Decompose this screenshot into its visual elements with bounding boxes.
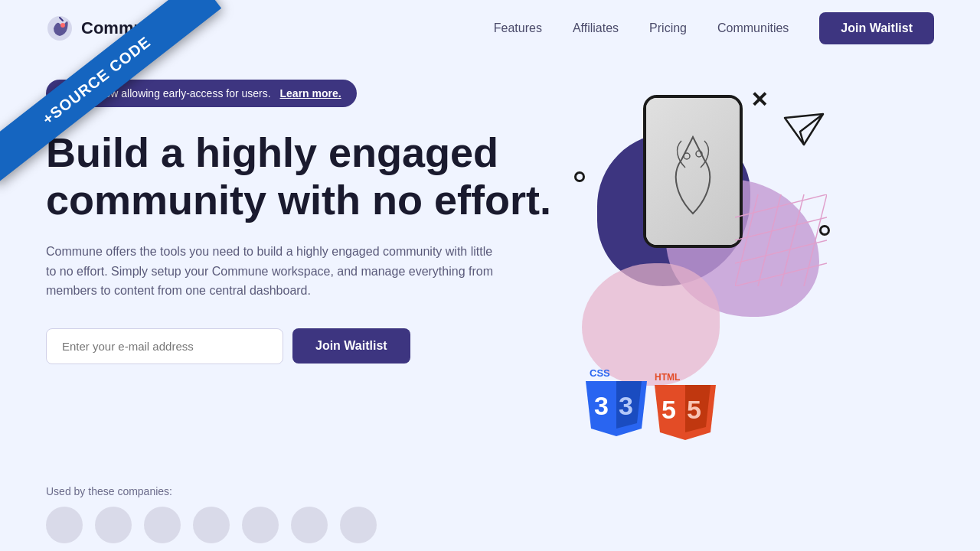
deco-lines [735,194,827,289]
used-by-section: Used by these companies: [46,485,934,551]
company-icon-1 [46,507,83,543]
deco-cross: ✕ [750,87,768,112]
hero-title: Build a highly engaged community with no… [46,129,567,223]
nav-logo: Commune [46,15,164,42]
announcement-text: We are now allowing early-access for use… [61,87,271,99]
svg-text:CSS: CSS [590,367,610,379]
deco-paper-plane [781,110,827,152]
html-shield-icon: HTML 5 5 [651,364,720,440]
announcement-banner: We are now allowing early-access for use… [46,80,357,107]
svg-line-8 [735,263,827,286]
svg-text:5: 5 [687,395,701,424]
company-icon-3 [144,507,181,543]
nav-features[interactable]: Features [494,21,542,35]
svg-point-3 [684,153,690,159]
css-badge: CSS 3 3 [582,360,651,439]
used-by-label: Used by these companies: [46,485,934,497]
svg-line-12 [804,194,827,286]
logo-icon [46,15,74,42]
hero-illustration: ✕ CSS [567,72,888,500]
company-icon-4 [193,507,230,543]
svg-text:3: 3 [594,391,609,420]
logo-text: Commune [81,18,164,38]
email-input[interactable] [46,328,283,364]
company-icon-5 [242,507,279,543]
css-shield-icon: CSS 3 3 [582,360,651,436]
nav-affiliates[interactable]: Affiliates [573,21,619,35]
svg-text:HTML: HTML [655,372,680,383]
hero-left: We are now allowing early-access for use… [46,72,567,364]
svg-line-9 [735,194,758,286]
announcement-link[interactable]: Learn more. [280,87,341,99]
svg-text:3: 3 [619,391,633,420]
nav-pricing[interactable]: Pricing [649,21,687,35]
hero-join-waitlist-button[interactable]: Join Waitlist [292,328,410,364]
html-badge: HTML 5 5 [651,364,720,443]
hero-description: Commune offers the tools you need to bui… [46,242,505,301]
svg-point-1 [60,23,65,28]
company-icon-6 [291,507,328,543]
company-icon-7 [340,507,377,543]
phone-illustration [643,95,743,248]
hero-form: Join Waitlist [46,328,567,364]
nav-join-waitlist-button[interactable]: Join Waitlist [819,12,934,44]
navbar: Commune Features Affiliates Pricing Comm… [0,0,980,57]
hero-section: We are now allowing early-access for use… [0,57,980,500]
deco-circle-1 [574,171,585,182]
company-icon-2 [95,507,132,543]
svg-text:5: 5 [662,395,676,424]
svg-line-5 [735,194,827,217]
company-icons-row [46,507,934,543]
nav-communities[interactable]: Communities [717,21,789,35]
nav-links: Features Affiliates Pricing Communities … [494,12,934,44]
